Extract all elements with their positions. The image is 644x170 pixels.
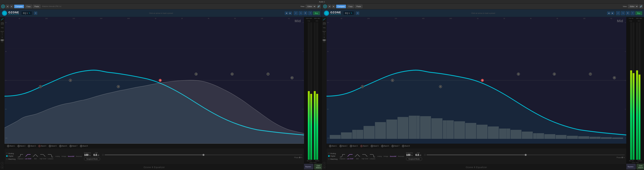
stereo-r-right[interactable]: •R: [322, 37, 326, 38]
preset-prev-arrow-left[interactable]: ◀: [285, 11, 288, 15]
band-node-8-right[interactable]: 8: [613, 76, 616, 79]
wave-icon-left[interactable]: [0, 26, 4, 29]
band-2-info-right[interactable]: i Band 2: [338, 145, 349, 147]
preset-menu-right[interactable]: ☰: [356, 11, 359, 15]
mid-btn-left[interactable]: Mid: [0, 39, 4, 41]
bypass-btn-right[interactable]: Bypass: [626, 164, 636, 169]
band-5-info-left[interactable]: i Band 5: [48, 145, 58, 147]
paste-button-left[interactable]: Paste: [33, 5, 40, 8]
paste-button-right[interactable]: Paste: [355, 5, 362, 8]
band-node-1-right[interactable]: 1: [361, 85, 364, 88]
help-btn-left[interactable]: ?: [308, 11, 312, 15]
copy-button-right[interactable]: Copy: [347, 5, 354, 8]
stereo-l-left[interactable]: L: [0, 35, 4, 37]
side-btn-right[interactable]: Side: [322, 41, 326, 42]
power-button-right[interactable]: ⏻: [323, 5, 327, 8]
preset-prev-left[interactable]: ☰: [34, 11, 37, 15]
filter-highpass-right[interactable]: Highpass: [340, 153, 346, 160]
analog-radio-right[interactable]: [328, 153, 330, 154]
buy-btn-left[interactable]: Buy: [313, 11, 320, 15]
gain-match-btn-left[interactable]: Gain Match: [314, 164, 323, 169]
resonant-style-left[interactable]: Resonant: [76, 156, 82, 157]
bypass-btn-left[interactable]: Bypass: [303, 164, 313, 169]
copy-button-left[interactable]: Copy: [25, 5, 32, 8]
band-6-info-right[interactable]: i Band 6: [380, 145, 390, 147]
band-node-7-left[interactable]: 7: [266, 73, 270, 76]
view-dropdown-left[interactable]: Editor: [306, 5, 316, 8]
analog-row-left[interactable]: Analog: [6, 153, 16, 155]
link-button-right[interactable]: 🔗: [639, 5, 643, 8]
help-btn-right[interactable]: ?: [631, 11, 634, 15]
band-7-info-right[interactable]: i Band 7: [390, 145, 401, 147]
next-btn-left[interactable]: ▶: [10, 5, 13, 8]
power-button-left[interactable]: ⏻: [1, 5, 5, 8]
filter-highpass-left[interactable]: Highpass: [18, 153, 24, 160]
slider-track-left[interactable]: [105, 155, 302, 155]
band-4-info-right[interactable]: i Band 4: [359, 145, 370, 147]
stereo-s-right[interactable]: S: [322, 34, 326, 35]
band-node-4-left[interactable]: 4: [159, 79, 162, 82]
band-node-1-left[interactable]: 1: [39, 85, 42, 88]
slider-thumb-right[interactable]: [525, 154, 527, 156]
prev-btn-right[interactable]: ◀: [328, 5, 331, 8]
spectrum-icon-right[interactable]: [322, 18, 326, 21]
wave-icon-right[interactable]: [322, 26, 326, 29]
filter-bell-left[interactable]: Bell: [32, 153, 38, 160]
undo-btn-left[interactable]: ↩: [294, 11, 298, 15]
view-dropdown-right[interactable]: Editor: [628, 5, 638, 8]
stereo-l-right[interactable]: L: [322, 35, 326, 37]
settings2-icon-right[interactable]: ⊙: [323, 166, 326, 169]
digital-radio-right[interactable]: [328, 155, 330, 157]
band-4-info-left[interactable]: i Band 4: [37, 145, 48, 147]
edit-icon-right[interactable]: ✎: [351, 12, 352, 14]
analog-style-left[interactable]: Analog: [55, 156, 60, 157]
mid-btn-right[interactable]: Mid: [322, 39, 326, 41]
edit-icon-left[interactable]: ✎: [29, 12, 30, 14]
redo-btn-right[interactable]: ↪: [621, 11, 625, 15]
settings2-icon-left[interactable]: ⊙: [1, 166, 4, 169]
surgical-btn-left[interactable]: Surgical Mode: [84, 157, 100, 161]
band-5-info-right[interactable]: i Band 5: [370, 145, 380, 147]
settings-btn-right[interactable]: ⚙: [626, 11, 630, 15]
band-1-info-left[interactable]: i Band 1: [6, 145, 16, 147]
buy-btn-right[interactable]: Buy: [636, 11, 642, 15]
settings-btn-left[interactable]: ⚙: [304, 11, 307, 15]
band-1-info-right[interactable]: i Band 1: [328, 145, 338, 147]
filter-bell-right[interactable]: Bell: [354, 153, 360, 160]
preset-next-arrow-left[interactable]: ▶: [289, 11, 292, 15]
slider-circle-right[interactable]: [424, 154, 426, 156]
stereo-r-left[interactable]: •R: [0, 37, 4, 38]
analog-radio-left[interactable]: [6, 153, 8, 154]
band-node-5-right[interactable]: 5: [517, 73, 520, 76]
matching-row-left[interactable]: Matching: [6, 158, 16, 160]
link-button-left[interactable]: 🔗: [317, 5, 320, 8]
baxandall-style-right[interactable]: Baxandall: [390, 156, 396, 157]
vintage-style-right[interactable]: Vintage: [383, 156, 388, 157]
side-btn-left[interactable]: Side: [0, 41, 4, 42]
band-8-info-left[interactable]: i Band 8: [79, 145, 89, 147]
baxandall-style-left[interactable]: Baxandall: [68, 156, 74, 157]
vintage-style-left[interactable]: Vintage: [61, 156, 66, 157]
question-icon-left[interactable]: ?: [1, 162, 4, 165]
band-node-2-right[interactable]: 2: [391, 79, 394, 82]
band-6-info-left[interactable]: i Band 6: [58, 145, 68, 147]
band-node-5-left[interactable]: 5: [195, 73, 198, 76]
filter-lowshelf-left[interactable]: Low Shelf: [25, 153, 31, 160]
slider-thumb-left[interactable]: [202, 154, 204, 156]
eq-display-left[interactable]: 40 100 200 400 600 1k 2k 4k 6k 10k Hz: [4, 17, 304, 144]
undo-btn-right[interactable]: ↩: [616, 11, 620, 15]
eq-display-right[interactable]: 40 100 200 400 600 1k 2k 4k 6k 10k Hz: [326, 17, 626, 144]
filter-lowpass-left[interactable]: Lowpass: [48, 153, 53, 160]
digital-row-right[interactable]: Digital: [328, 155, 338, 157]
band-node-2-left[interactable]: 2: [69, 79, 72, 82]
question-icon-right[interactable]: ?: [323, 162, 326, 165]
next-btn-right[interactable]: ▶: [332, 5, 335, 8]
band-node-4-right[interactable]: 4: [481, 79, 484, 82]
band-node-8-left[interactable]: 8: [290, 76, 294, 79]
digital-row-left[interactable]: Digital: [6, 155, 16, 157]
slider-track-right[interactable]: [427, 155, 625, 155]
prev-btn-left[interactable]: ◀: [6, 5, 9, 8]
compare-button-left[interactable]: Compare: [14, 5, 24, 8]
resonant-style-right[interactable]: Resonant: [398, 156, 404, 157]
filter-highshelf-left[interactable]: High Shelf: [40, 153, 46, 160]
